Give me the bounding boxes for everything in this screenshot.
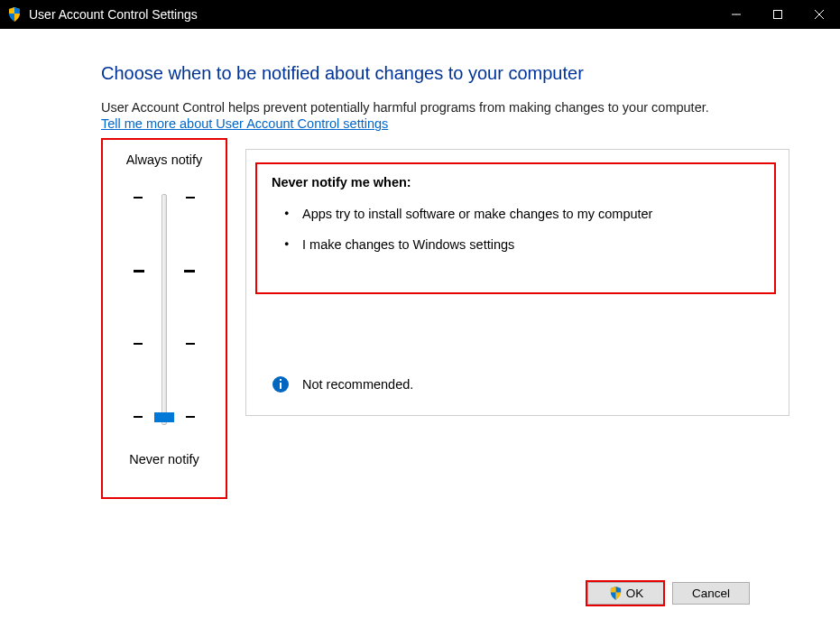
description-list: Apps try to install software or make cha…: [272, 206, 763, 254]
svg-rect-0: [774, 11, 782, 19]
ok-button-label: OK: [626, 587, 644, 600]
slider-label-bottom: Never notify: [101, 452, 227, 467]
svg-rect-2: [280, 383, 282, 389]
cancel-button[interactable]: Cancel: [672, 582, 750, 605]
shield-icon: [7, 7, 22, 22]
learn-more-link[interactable]: Tell me more about User Account Control …: [101, 116, 388, 131]
window-title: User Account Control Settings: [29, 7, 198, 22]
svg-rect-3: [280, 379, 282, 381]
description-column: Never notify me when: Apps try to instal…: [245, 149, 789, 416]
client-area: Choose when to be notified about changes…: [0, 29, 840, 619]
footer: OK Cancel: [0, 575, 840, 612]
slider-track: [162, 194, 167, 425]
cancel-button-label: Cancel: [692, 587, 730, 600]
slider-tick-row: [101, 197, 227, 199]
intro-text: User Account Control helps prevent poten…: [101, 100, 789, 115]
shield-icon: [609, 587, 623, 600]
slider-label-top: Always notify: [101, 152, 227, 167]
close-button[interactable]: [798, 0, 840, 29]
ok-button[interactable]: OK: [587, 582, 665, 605]
info-icon: [272, 375, 290, 393]
list-item: I make changes to Windows settings: [288, 236, 763, 254]
titlebar: User Account Control Settings: [0, 0, 840, 29]
list-item: Apps try to install software or make cha…: [288, 206, 763, 224]
status-row: Not recommended.: [272, 375, 413, 393]
minimize-button[interactable]: [715, 0, 757, 29]
description-heading: Never notify me when:: [272, 175, 763, 189]
notification-slider-group: Always notify Never notify: [101, 149, 227, 467]
slider-tick-row: [101, 343, 227, 345]
maximize-button[interactable]: [757, 0, 798, 29]
page-heading: Choose when to be notified about changes…: [101, 63, 789, 84]
slider-thumb[interactable]: [154, 412, 174, 422]
description-panel: Never notify me when: Apps try to instal…: [245, 149, 789, 416]
status-text: Not recommended.: [302, 377, 413, 392]
notification-slider[interactable]: [101, 194, 227, 425]
slider-tick-row: [101, 270, 227, 273]
